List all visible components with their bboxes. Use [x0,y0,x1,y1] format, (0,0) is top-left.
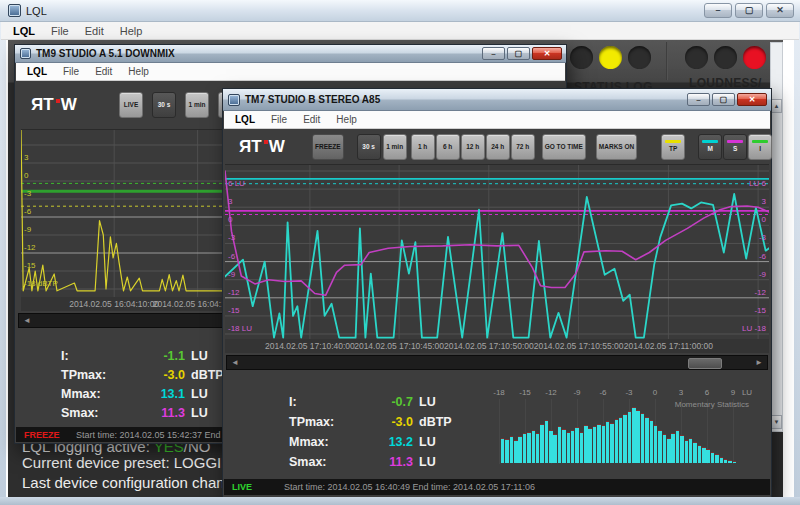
menu-item-lql[interactable]: LQL [227,114,263,125]
close-icon[interactable]: ✕ [766,3,794,18]
tm9-window-title: TM9 STUDIO A 5.1 DOWNMIX [36,48,175,59]
status-led [570,46,593,69]
menu-item-edit[interactable]: Edit [87,66,120,77]
menu-item-lql[interactable]: LQL [19,66,55,77]
maximize-icon[interactable]: ▢ [712,93,735,106]
scroll-left-icon[interactable]: ◄ [23,315,31,326]
close-icon[interactable]: ✕ [532,47,562,60]
button-label: M [708,145,713,153]
maximize-icon[interactable]: ▢ [735,3,763,18]
toolbar-button-30-s[interactable]: 30 s [357,134,381,160]
main-titlebar[interactable]: LQL – ▢ ✕ [0,0,800,22]
toolbar-button-12-h[interactable]: 12 h [461,134,485,160]
histogram-bar [588,428,591,463]
button-label: GO TO TIME [545,143,583,151]
stat-unit: LU [191,349,208,363]
stat-value: -3.0 [133,368,185,382]
histogram-bar [685,440,688,463]
histogram-bar [510,436,513,463]
menu-item-edit[interactable]: Edit [295,114,328,125]
stat-label: TPmax: [61,368,133,382]
window-bottom-border [0,497,800,505]
stat-row-tpmax: TPmax:-3.0dBTP [289,415,452,435]
histogram-bar [724,459,727,463]
stat-label: I: [289,395,361,409]
toolbar-button-go-to-time[interactable]: GO TO TIME [542,134,586,160]
tm7-titlebar[interactable]: TM7 STUDIO B STEREO A85 – ▢ ✕ [223,89,771,111]
histogram-bar [501,438,504,463]
histogram-bar [720,457,723,463]
tm7-chart-scrollbar[interactable]: ◄ ► [226,355,768,370]
toolbar-button-1-h[interactable]: 1 h [411,134,435,160]
toolbar-button-1-min[interactable]: 1 min [185,92,209,118]
menu-item-edit[interactable]: Edit [77,25,112,37]
menu-item-file[interactable]: File [43,25,77,37]
menu-item-file[interactable]: File [55,66,87,77]
tm9-titlebar[interactable]: TM9 STUDIO A 5.1 DOWNMIX – ▢ ✕ [15,45,566,63]
toolbar-button-24-h[interactable]: 24 h [486,134,510,160]
rtw-logo: RTW [30,95,112,115]
scrollbar-thumb[interactable] [688,358,722,369]
minimize-icon[interactable]: – [482,47,505,60]
tm7-time-range: Start time: 2014.02.05 16:40:49 End time… [284,482,535,492]
tm7-window-controls: – ▢ ✕ [687,93,767,106]
status-led [743,46,766,69]
histogram-bar [536,433,539,463]
button-label: 1 min [386,143,403,151]
histogram-bar [658,430,661,463]
close-icon[interactable]: ✕ [737,93,767,106]
momentary-statistics-histogram: -18-15-12-9-6-30369LUMomentary Statistic… [493,387,763,466]
toolbar-button-marks-on[interactable]: MARKS ON [596,134,637,160]
histogram-bar [540,424,543,463]
minimize-icon[interactable]: – [687,93,710,106]
histogram-bar [671,433,674,463]
histogram-bar [628,411,631,463]
histogram-bar [663,434,666,463]
toolbar-button-m[interactable]: M [698,134,722,160]
x-axis-tick-label: 2014.02.05 17:10:40:00 [265,341,355,351]
minimize-icon[interactable]: – [704,3,732,18]
histogram-bar [610,423,613,463]
stat-unit: LU [191,406,208,420]
status-led [685,46,708,69]
menu-item-lql[interactable]: LQL [5,25,43,37]
maximize-icon[interactable]: ▢ [507,47,530,60]
toolbar-button-s[interactable]: S [723,134,747,160]
tm7-window-icon [228,94,240,106]
button-label: 6 h [443,143,452,151]
histogram-bar [706,449,709,463]
x-axis-tick-label: 2014.02.05 17:10:55:00 [534,341,624,351]
menu-item-file[interactable]: File [263,114,295,125]
histogram-axis-label: 0 [653,388,657,397]
stat-row-i: I:-1.1LU [61,349,224,368]
x-axis-tick-label: 2014.02.05 17:11:00:00 [624,341,713,351]
stat-value: -3.0 [361,415,413,429]
histogram-axis-label: -3 [625,388,632,397]
histogram-bar [632,407,635,463]
histogram-bar [584,425,587,463]
scroll-down-icon[interactable]: ▼ [771,415,782,429]
histogram-axis-label: -6 [599,388,606,397]
scroll-right-icon[interactable]: ► [755,357,763,368]
toolbar-button-freeze[interactable]: FREEZE [312,134,344,160]
button-label: 30 s [362,143,375,151]
button-label: 30 s [158,101,171,109]
histogram-bar [545,420,548,463]
stat-label: Smax: [61,406,133,420]
toolbar-button-i[interactable]: I [748,134,772,160]
menu-item-help[interactable]: Help [328,114,365,125]
toolbar-button-tp[interactable]: TP [661,134,685,160]
main-window-title: LQL [26,5,47,17]
toolbar-button-live[interactable]: LIVE [119,92,143,118]
toolbar-button-30-s[interactable]: 30 s [152,92,176,118]
scroll-left-icon[interactable]: ◄ [231,357,239,368]
button-label: MARKS ON [599,143,634,151]
toolbar-button-6-h[interactable]: 6 h [436,134,460,160]
scroll-up-icon[interactable]: ▲ [771,99,782,113]
stat-row-i: I:-0.7LU [289,395,452,415]
stat-label: TPmax: [289,415,361,429]
menu-item-help[interactable]: Help [120,66,157,77]
toolbar-button-72-h[interactable]: 72 h [511,134,535,160]
menu-item-help[interactable]: Help [112,25,151,37]
toolbar-button-1-min[interactable]: 1 min [383,134,407,160]
